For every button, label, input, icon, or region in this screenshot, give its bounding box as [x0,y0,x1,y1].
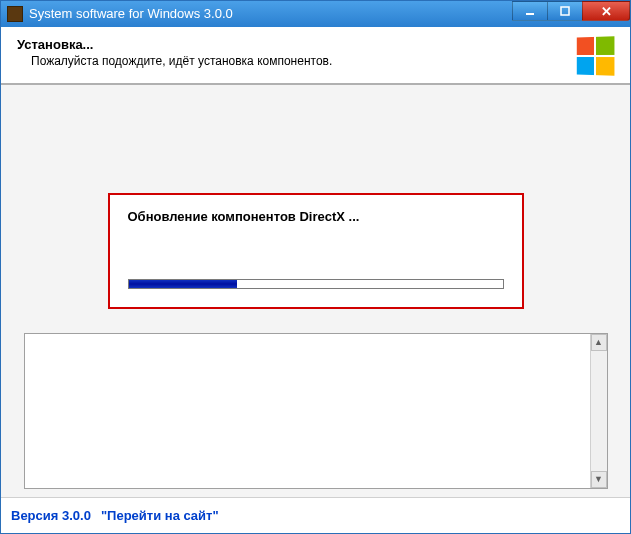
minimize-button[interactable] [512,1,548,21]
window-controls: ✕ [513,1,630,21]
scroll-up-button[interactable]: ▲ [591,334,607,351]
progress-panel: Обновление компонентов DirectX ... [108,193,524,309]
maximize-icon [560,6,570,16]
windows-logo-icon [577,36,615,75]
close-button[interactable]: ✕ [582,1,630,21]
svg-rect-0 [526,13,534,15]
header-text: Установка... Пожалуйста подождите, идёт … [17,37,332,68]
svg-rect-1 [561,7,569,15]
app-icon [7,6,23,22]
log-textarea[interactable]: ▲ ▼ [24,333,608,489]
body-area: Обновление компонентов DirectX ... ▲ ▼ [1,85,630,497]
window-title: System software for Windows 3.0.0 [29,6,233,21]
close-icon: ✕ [601,4,612,19]
progress-bar [128,279,504,289]
header-area: Установка... Пожалуйста подождите, идёт … [1,27,630,85]
installer-window: System software for Windows 3.0.0 ✕ Уста… [0,0,631,534]
install-heading: Установка... [17,37,332,52]
maximize-button[interactable] [547,1,583,21]
progress-label: Обновление компонентов DirectX ... [128,209,504,224]
version-label: Версия 3.0.0 [11,508,91,523]
progress-bar-fill [129,280,237,288]
install-subtext: Пожалуйста подождите, идёт установка ком… [31,54,332,68]
website-link[interactable]: "Перейти на сайт" [101,508,219,523]
scrollbar[interactable]: ▲ ▼ [590,334,607,488]
titlebar[interactable]: System software for Windows 3.0.0 ✕ [1,1,630,27]
footer: Версия 3.0.0 "Перейти на сайт" [1,497,630,534]
scroll-down-button[interactable]: ▼ [591,471,607,488]
minimize-icon [525,6,535,16]
